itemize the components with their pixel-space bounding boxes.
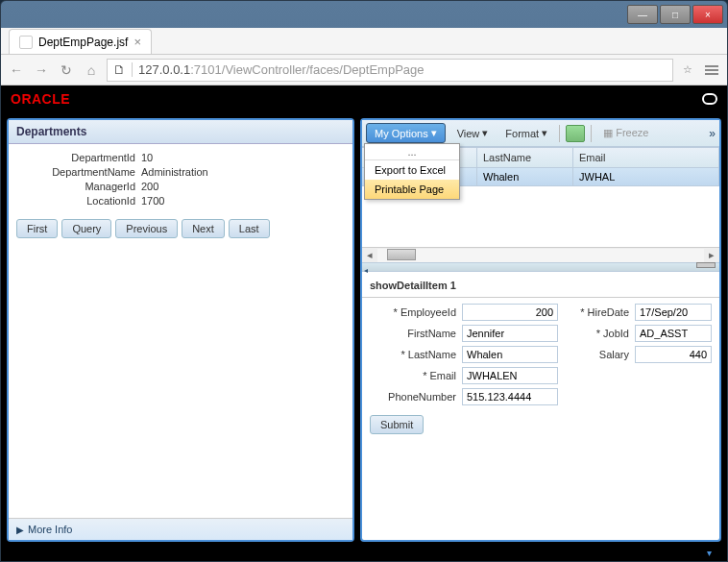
browser-tab[interactable]: DeptEmpPage.jsf × [9, 29, 152, 54]
format-label: Format [505, 128, 539, 139]
label-locationid: LocationId [16, 195, 141, 207]
back-button[interactable]: ← [7, 61, 26, 80]
next-button[interactable]: Next [182, 219, 225, 238]
horizontal-scrollbar[interactable]: ◂ ▸ [362, 247, 719, 262]
departments-title: Departments [9, 120, 352, 144]
bookmark-icon[interactable]: ☆ [679, 63, 696, 76]
tab-close-icon[interactable]: × [133, 35, 141, 49]
detail-title: showDetailItem 1 [362, 272, 719, 298]
oracle-o-icon [702, 93, 717, 105]
dropdown-dots: ... [365, 144, 459, 160]
chevron-down-icon: ▾ [482, 127, 488, 139]
input-email[interactable] [462, 367, 558, 384]
table-col-email[interactable]: Email [573, 148, 719, 167]
minimize-button[interactable]: — [627, 5, 658, 24]
label-hiredate: * HireDate [564, 306, 629, 318]
label-deptname: DepartmentName [16, 166, 141, 178]
input-salary[interactable] [635, 346, 712, 363]
employees-panel: My Options▾ View▾ Format▾ ▦ Freeze » ...… [360, 118, 721, 542]
format-menu[interactable]: Format▾ [499, 124, 553, 142]
freeze-label: Freeze [616, 127, 648, 138]
table-col-lastname[interactable]: LastName [477, 148, 573, 167]
more-info-label: More Info [28, 524, 72, 535]
detail-form: * EmployeeId * HireDate FirstName * JobI… [362, 298, 719, 411]
label-email: * Email [370, 370, 456, 381]
input-phone[interactable] [462, 388, 558, 405]
window-titlebar: — □ × [1, 1, 727, 28]
detach-icon[interactable] [566, 125, 585, 142]
tab-title: DeptEmpPage.jsf [38, 36, 128, 49]
url-bar[interactable]: 🗋 127.0.0.1:7101/ViewController/faces/De… [107, 59, 673, 82]
cell-lastname: Whalen [477, 168, 573, 185]
label-jobid: * JobId [564, 328, 629, 339]
file-icon: 🗋 [113, 62, 126, 77]
label-salary: Salary [564, 349, 629, 360]
chevron-down-icon: ▾ [542, 127, 547, 139]
scroll-track[interactable] [377, 249, 704, 262]
close-button[interactable]: × [692, 5, 723, 24]
label-firstname: FirstName [370, 328, 456, 339]
export-excel-item[interactable]: Export to Excel [365, 160, 459, 180]
view-label: View [457, 128, 480, 139]
previous-button[interactable]: Previous [115, 219, 178, 238]
scroll-right-icon[interactable]: ▸ [704, 249, 719, 261]
maximize-button[interactable]: □ [660, 5, 691, 24]
grip-icon [696, 262, 716, 268]
last-button[interactable]: Last [229, 219, 270, 238]
chevron-right-icon: ▶ [16, 525, 24, 535]
first-button[interactable]: First [16, 219, 58, 238]
reload-button[interactable]: ↻ [57, 61, 76, 80]
table-toolbar: My Options▾ View▾ Format▾ ▦ Freeze » ...… [362, 120, 719, 147]
chevron-down-icon: ▾ [431, 127, 437, 139]
value-managerid: 200 [141, 181, 158, 192]
overflow-icon[interactable]: » [709, 127, 716, 140]
footer-bar: ▾ [1, 548, 727, 561]
input-firstname[interactable] [462, 325, 558, 342]
splitter-bar[interactable]: ◂ [362, 262, 719, 272]
view-menu[interactable]: View▾ [451, 124, 495, 142]
input-hiredate[interactable] [635, 304, 712, 321]
url-path: /ViewController/faces/DeptEmpPage [222, 62, 425, 77]
home-button[interactable]: ⌂ [82, 61, 101, 80]
label-managerid: ManagerId [16, 181, 141, 192]
scroll-thumb[interactable] [387, 249, 416, 260]
label-phone: PhoneNumber [370, 391, 456, 403]
oracle-header: ORACLE [1, 86, 727, 112]
input-lastname[interactable] [462, 346, 558, 363]
label-lastname: * LastName [370, 349, 456, 360]
collapse-left-icon: ◂ [364, 266, 368, 275]
forward-button[interactable]: → [32, 61, 51, 80]
my-options-dropdown: ... Export to Excel Printable Page [364, 143, 460, 200]
value-deptid: 10 [141, 152, 153, 163]
label-deptid: DepartmentId [16, 152, 141, 163]
url-port: :7101 [190, 62, 222, 77]
my-options-label: My Options [375, 128, 428, 139]
input-employeeid[interactable] [462, 304, 558, 321]
hamburger-icon[interactable] [702, 61, 721, 80]
input-jobid[interactable] [635, 325, 712, 342]
scroll-left-icon[interactable]: ◂ [362, 249, 377, 261]
separator [559, 125, 560, 142]
browser-navbar: ← → ↻ ⌂ 🗋 127.0.0.1:7101/ViewController/… [1, 55, 727, 86]
browser-tabstrip: DeptEmpPage.jsf × [1, 28, 727, 55]
value-deptname: Administration [141, 166, 208, 178]
submit-button[interactable]: Submit [370, 415, 424, 434]
page-icon [19, 36, 33, 49]
separator [591, 125, 592, 142]
cell-email: JWHAL [573, 168, 719, 185]
departments-panel: Departments DepartmentId10 DepartmentNam… [7, 118, 354, 542]
my-options-button[interactable]: My Options▾ [366, 123, 446, 143]
more-info-expander[interactable]: ▶ More Info [9, 518, 352, 540]
query-button[interactable]: Query [61, 219, 111, 238]
value-locationid: 1700 [141, 195, 164, 207]
freeze-button[interactable]: ▦ Freeze [597, 125, 654, 141]
footer-collapse-icon[interactable]: ▾ [707, 548, 712, 558]
oracle-logo: ORACLE [11, 91, 70, 107]
url-host: 127.0.0.1 [138, 62, 190, 77]
printable-page-item[interactable]: Printable Page [365, 180, 459, 199]
label-employeeid: * EmployeeId [370, 306, 456, 318]
